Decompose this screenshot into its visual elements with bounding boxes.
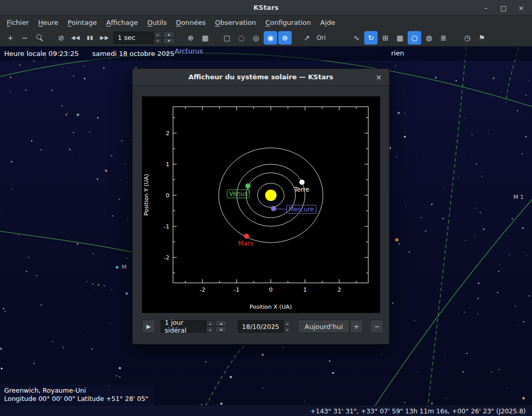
dialog-zoom-in-button[interactable]: + [350,320,363,333]
svg-text:2: 2 [166,130,169,137]
date-up-button[interactable]: ▴ [283,320,291,326]
list-icon: ≣ [440,34,447,42]
bright-star[interactable] [116,266,119,269]
title-bar: KStars – □ × [0,0,532,16]
find-object-button[interactable] [33,31,46,45]
horizontal-grid-icon: ▦ [396,34,403,42]
date-down-button[interactable]: ▾ [283,326,291,333]
menu-outils[interactable]: Outils [142,17,171,28]
toggle-ecliptic-button[interactable]: ∿ [350,31,363,45]
menu-observation[interactable]: Observation [210,17,261,28]
menu-aide[interactable]: Aide [315,17,340,28]
toggle-deep-sky-button[interactable]: ◌ [235,31,248,45]
comet-icon: ↻ [368,34,374,42]
menu-pointage[interactable]: Pointage [63,17,102,28]
time-forward-button[interactable]: ▶▶ [98,31,111,45]
toggle-stars-button[interactable]: ▢ [220,31,234,45]
time-pause-button[interactable]: ▮▮ [83,31,97,45]
target-icon: ⊕ [188,34,194,42]
toggle-milky-way-button[interactable]: ◍ [422,31,436,45]
window-controls: – □ × [478,0,529,16]
dialog-title-bar[interactable]: Afficheur du système solaire — KStars × [133,69,389,85]
local-time-label: Heure locale 09:23:25 [4,50,79,58]
svg-text:Mercure: Mercure [289,206,314,213]
svg-text:Vénus: Vénus [229,190,248,197]
sun[interactable] [265,190,276,201]
sky-reference-line [426,47,466,406]
angle-mode-button[interactable]: ↗ [300,31,313,45]
sky-object-label[interactable]: M 1 [513,194,524,200]
today-button[interactable]: Aujourd'hui [298,320,350,333]
location-coords: Longitude 00° 00' 00" Latitude +51° 28' … [4,395,148,403]
toggle-horizon-button[interactable]: ○ [408,31,421,45]
planet-mercure[interactable] [271,206,276,211]
bright-star[interactable] [395,238,398,241]
horizon-icon: ○ [411,34,418,42]
dialog-timestep-stepper-down-button[interactable]: ▼ [215,326,227,333]
dialog-zoom-out-button[interactable]: − [370,320,384,333]
svg-text:2: 2 [337,286,341,293]
play-button[interactable]: ▶ [142,320,155,333]
solar-system-plot[interactable]: -2-1012-2-1012MercureVénusTerreMarsPosit… [142,96,380,313]
time-stop-button[interactable]: ⊘ [54,31,68,45]
minimize-button[interactable]: – [478,2,494,14]
planet-terre[interactable] [299,180,304,185]
timestep-spinbox: 1 sec ▴ ▾ ▲ ▼ [113,32,175,44]
dialog-timestep-value[interactable]: 1 jour sidéral [161,320,206,333]
flags-button[interactable]: ⚑ [475,31,488,45]
sky-object-label[interactable]: Arcturus [175,47,203,55]
timestep-down-button[interactable]: ▾ [154,38,162,44]
timestep-up-button[interactable]: ▴ [154,32,162,38]
maximize-button[interactable]: □ [496,2,511,14]
toggle-equatorial-grid-button[interactable]: ⊞ [379,31,392,45]
observation-list-button[interactable]: ≣ [437,31,450,45]
cursor-position-label: +143° 31' 31", +33° 07' 59" 13h 11m 16s,… [310,407,526,415]
menu-heure[interactable]: Heure [34,17,63,28]
zoom-out-icon: − [22,34,28,42]
timestep-stepper-up-button[interactable]: ▲ [163,32,175,38]
satellites-icon: ◉ [267,34,274,42]
geo-info-box[interactable]: Greenwich, Royaume-Uni Longitude 00° 00'… [0,384,153,406]
svg-text:-2: -2 [199,286,205,293]
menu-fichier[interactable]: Fichier [2,17,34,28]
dialog-timestep-stepper: ▲ ▼ [215,320,227,333]
focus-info-box[interactable]: rien [391,49,404,57]
svg-text:Position X (UA): Position X (UA) [249,304,292,310]
search-icon [36,34,43,41]
toggle-satellites-button[interactable]: ◉ [264,31,277,45]
stars-icon: ▢ [223,34,230,42]
zoom-out-button[interactable]: − [18,31,32,45]
plot-canvas[interactable]: -2-1012-2-1012MercureVénusTerreMarsPosit… [142,96,380,313]
snapshot-button[interactable]: ▦ [198,31,212,45]
planet-venus[interactable] [245,183,250,189]
stop-clock-icon: ⊘ [58,34,64,42]
time-info-box[interactable]: Heure locale 09:23:25 samedi 18 octobre … [0,47,532,61]
svg-text:-1: -1 [234,286,239,293]
whats-up-tonight-button[interactable]: ◷ [461,31,474,45]
dialog-timestep-up-button[interactable]: ▴ [206,320,214,326]
main-toolbar: + − ⊘ ◀◀ ▮▮ ▶▶ 1 sec ▴ ▾ ▲ ▼ ⊕ ▦ ▢ ◌ ◎ ◉… [0,29,532,47]
toggle-supernovae-button[interactable]: ⊛ [278,31,292,45]
menu-configuration[interactable]: Configuration [261,17,315,28]
dialog-timestep-stepper-up-button[interactable]: ▲ [215,320,227,326]
timestep-value[interactable]: 1 sec [113,32,154,44]
zoom-in-button[interactable]: + [4,31,17,45]
close-button[interactable]: × [513,2,529,14]
svg-text:1: 1 [166,161,169,168]
sky-object-label[interactable]: M [122,264,127,270]
sky-map[interactable]: Heure locale 09:23:25 samedi 18 octobre … [0,47,532,406]
date-value[interactable]: 18/10/2025 [238,320,283,333]
svg-text:Position Y (UA): Position Y (UA) [143,174,150,216]
pointing-button[interactable]: ⊕ [184,31,197,45]
toggle-comets-button[interactable]: ↻ [364,31,378,45]
menu-affichage[interactable]: Affichage [102,17,142,28]
constellation-names-button[interactable]: Ori [314,31,328,45]
menu-donnees[interactable]: Données [171,17,210,28]
dialog-timestep-down-button[interactable]: ▾ [206,326,214,333]
dialog-close-button[interactable]: × [373,72,384,82]
toggle-horizontal-grid-button[interactable]: ▦ [393,31,407,45]
time-rewind-button[interactable]: ◀◀ [69,31,82,45]
planet-mars[interactable] [243,234,249,239]
toggle-solar-system-button[interactable]: ◎ [249,31,263,45]
timestep-stepper-down-button[interactable]: ▼ [163,38,175,44]
